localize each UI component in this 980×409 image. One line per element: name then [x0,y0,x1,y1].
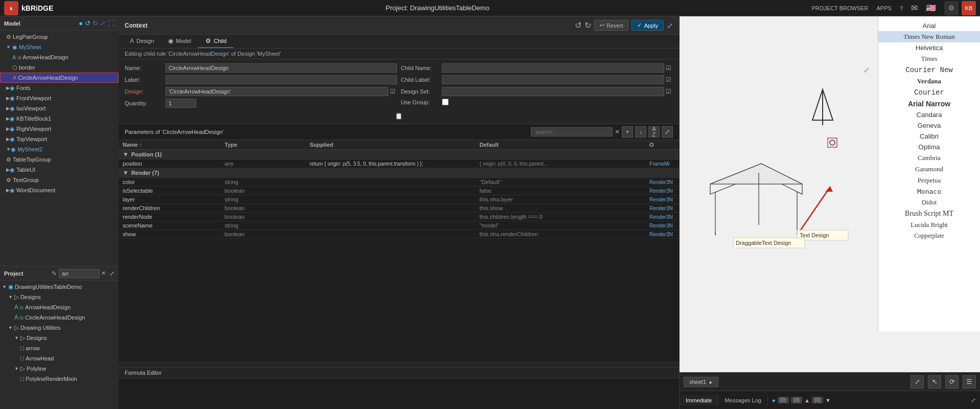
tree-item-mysheet[interactable]: ▼ ◉ MySheet [0,42,119,52]
tree-item-rightviewport[interactable]: ▶ ◉ RightViewport [0,124,119,134]
param-scenename[interactable]: sceneName string "model" Render3N [119,221,679,230]
proj-tree-arrowhead[interactable]: □ ArrowHead [0,353,119,363]
tab-design[interactable]: A Design [123,35,161,48]
immediate-expand-btn[interactable]: ⤢ [967,397,980,404]
tree-item-tableui[interactable]: ▶ ◉ TableUI [0,165,119,175]
params-search-input[interactable] [531,127,613,137]
form-doc-icon[interactable]: 📋 [395,112,403,120]
isoviewport-toggle[interactable]: ▶ [6,106,10,111]
project-search-input[interactable] [59,269,100,278]
user-icon[interactable]: KB [962,1,976,15]
tree-item-border[interactable]: ⬡ border [0,62,119,73]
position-toggle[interactable]: ▼ [123,151,129,158]
root-toggle[interactable]: ▼ [2,284,7,289]
formula-body[interactable] [119,378,679,409]
tree-item-frontviewport[interactable]: ▶ ◉ FrontViewport [0,93,119,103]
render-toggle[interactable]: ▼ [123,169,129,176]
proj-tree-polyline[interactable]: ▼ ▷ Polyline [0,363,119,374]
tree-item-textgroup[interactable]: ⚙ TextGroup [0,175,119,185]
group-render[interactable]: ▼ Render (7) [119,168,679,178]
toolbar-rotate-btn[interactable]: ⟳ [945,375,959,389]
sheet1-tab[interactable]: sheet1 ▲ [684,377,718,387]
nav-help[interactable]: ? [900,5,903,11]
params-az-btn[interactable]: AZ [648,126,660,138]
polyline-toggle[interactable]: ▼ [14,366,19,371]
tree-item-topviewport[interactable]: ▶ ◉ TopViewport [0,134,119,144]
expand-context-icon[interactable]: ⤢ [667,21,673,30]
project-search-clear[interactable]: ✕ [100,270,107,277]
designs2-toggle[interactable]: ▼ [14,335,19,340]
model-icon-1[interactable]: ● [79,19,83,27]
designs-toggle[interactable]: ▼ [8,294,13,300]
tab-child[interactable]: ⚙ Child [198,35,234,48]
toolbar-expand-btn[interactable]: ⤢ [911,375,924,389]
model-icon-2[interactable]: ↺ [85,19,90,27]
redo-icon[interactable]: ↻ [585,20,591,30]
project-icon-2[interactable]: ⤢ [109,270,114,277]
font-didot[interactable]: Didot [878,197,980,208]
designset-check[interactable]: ☑ [664,88,673,95]
frontviewport-toggle[interactable]: ▶ [6,96,10,101]
messages-log-tab[interactable]: Messages Log [718,395,768,405]
font-courier[interactable]: Courier [878,87,980,98]
param-renderchildren[interactable]: renderChildren boolean this.show Render3… [119,204,679,213]
proj-tree-designs2[interactable]: ▼ ▷ Designs [0,333,119,343]
font-verdana[interactable]: Verdana [878,76,980,87]
proj-tree-drawingutils[interactable]: ▼ ▷ Drawing Utilities [0,323,119,333]
params-search-clear[interactable]: ✕ [615,128,620,135]
proj-tree-circlearrow[interactable]: A ⊙ CircleArrowHeadDesign [0,312,119,323]
param-layer[interactable]: layer string this.nha.layer Render3N [119,195,679,204]
design-check[interactable]: ☑ [388,88,397,95]
font-lucida-bright[interactable]: Lucida Bright [878,219,980,231]
toolbar-cursor-btn[interactable]: ↖ [928,375,941,389]
immediate-tab[interactable]: Immediate [680,395,718,405]
proj-tree-designs[interactable]: ▼ ▷ Designs [0,292,119,302]
tree-item-tabletopgroup[interactable]: ⚙ TableTopGroup [0,154,119,165]
font-copperplate[interactable]: Copperplate [878,231,980,241]
font-times[interactable]: Times [878,53,980,64]
childname-input[interactable] [442,63,665,73]
font-optima[interactable]: Optima [878,142,980,152]
designset-input[interactable] [442,87,665,96]
settings-icon[interactable]: ⚙ [944,1,959,15]
childlabel-check[interactable]: ☑ [664,76,673,83]
quantity-input[interactable] [166,99,196,108]
font-perpetua[interactable]: Perpetua [878,175,980,186]
tree-item-mysheet2[interactable]: ▼ ◉ MySheet2 [0,144,119,154]
font-list[interactable]: Arial Times New Roman Helvetica Times Co… [878,16,980,331]
design-input[interactable] [166,87,388,96]
model-icon-4[interactable]: ⤢ [100,19,106,27]
drawingutils-toggle[interactable]: ▼ [8,325,13,330]
tab-model[interactable]: ◉ Model [161,35,198,48]
param-color[interactable]: color string "Default" Render3N [119,178,679,187]
proj-tree-root[interactable]: ▼ ◉ DrawingUtilitiesTableDemo [0,282,119,292]
mysheet-toggle[interactable]: ▼ [6,44,11,50]
font-times-new-roman[interactable]: Times New Roman [878,31,980,42]
horizontal-scrollbar[interactable] [119,362,679,367]
preview-expand-icon[interactable]: ⤢ [864,66,870,74]
proj-tree-arrowheaddesign[interactable]: A ⊙ ArrowHeadDesign [0,302,119,312]
project-icon-1[interactable]: ✎ [52,270,57,277]
revert-button[interactable]: ↩ Revert [594,20,628,31]
font-candara[interactable]: Candara [878,109,980,120]
tree-item-worddocument[interactable]: ▶ ◉ WordDocument [0,185,119,195]
tree-item-isoviewport[interactable]: ▶ ◉ IsoViewport [0,103,119,113]
label-input[interactable] [166,75,397,84]
sheet1-arrow[interactable]: ▲ [708,379,713,384]
msg-dropdown[interactable]: ▼ [825,397,831,403]
font-courier-new[interactable]: Courier New [878,64,980,76]
params-expand-btn[interactable]: ⤢ [662,126,673,138]
font-cambria[interactable]: Cambria [878,152,980,164]
undo-icon[interactable]: ↺ [575,20,581,30]
kbtitleblock-toggle[interactable]: ▶ [6,116,10,121]
group-position[interactable]: ▼ Position (1) [119,150,679,160]
params-add-btn[interactable]: + [622,126,633,138]
tree-item-legpairgroup[interactable]: ⚙ LegPairGroup [0,32,119,42]
usegroup-checkbox[interactable] [442,99,449,105]
font-arial[interactable]: Arial [878,20,980,31]
font-garamond[interactable]: Garamond [878,164,980,175]
tree-item-arrowheaddesign[interactable]: A ⊙ ArrowHeadDesign [0,52,119,62]
font-arial-narrow[interactable]: Arial Narrow [878,98,980,109]
nav-apps[interactable]: APPS [877,5,892,11]
proj-tree-polylinemixin[interactable]: □ PolylineRenderMixin [0,374,119,384]
